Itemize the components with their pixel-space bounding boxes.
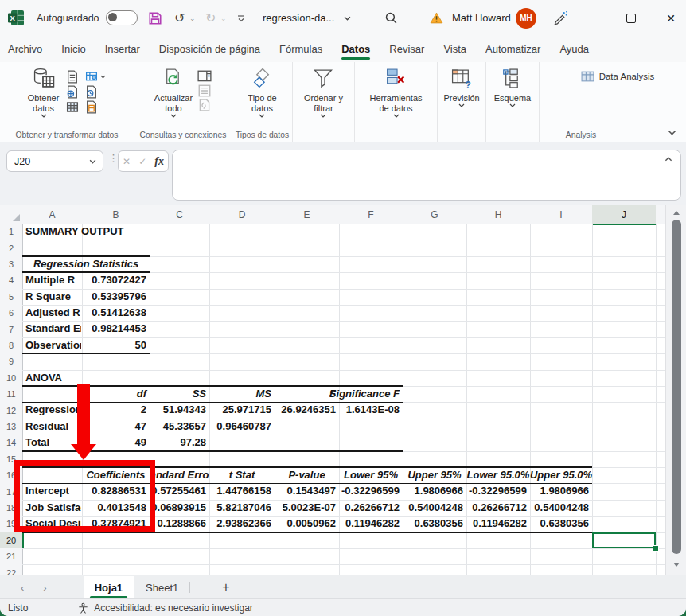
- data-analysis-button[interactable]: Data Analysis: [581, 70, 655, 83]
- cell-D13[interactable]: 0.96460787: [216, 419, 271, 435]
- cell-A12[interactable]: Regression: [25, 402, 81, 418]
- excel-logo-icon[interactable]: X: [8, 0, 25, 36]
- column-header-C[interactable]: C: [150, 205, 210, 224]
- cell-H16[interactable]: Lower 95.0%: [467, 467, 530, 483]
- cell-A1[interactable]: SUMMARY OUTPUT: [25, 224, 124, 240]
- from-web-icon[interactable]: [65, 85, 80, 99]
- user-name[interactable]: Matt Howard: [452, 0, 511, 36]
- from-picture-icon[interactable]: [84, 70, 106, 84]
- data-tools-button[interactable]: Herramientas de datos: [369, 68, 422, 118]
- sort-filter-button[interactable]: Ordenar y filtrar: [304, 68, 343, 118]
- cell-A8[interactable]: Observation: [25, 337, 81, 353]
- cell-A10[interactable]: ANOVA: [25, 370, 62, 386]
- recent-sources-icon[interactable]: [84, 85, 106, 99]
- title-chevron-down-icon[interactable]: [344, 0, 351, 36]
- tab-ayuda[interactable]: Ayuda: [550, 36, 598, 62]
- cell-I16[interactable]: Upper 95.0%: [530, 467, 592, 483]
- maximize-button[interactable]: [618, 0, 645, 36]
- from-table-range-icon[interactable]: [65, 100, 80, 114]
- cell-H17[interactable]: -0.32296599: [469, 483, 527, 499]
- row-header-14[interactable]: 14: [0, 435, 23, 451]
- from-text-file-icon[interactable]: [65, 70, 80, 84]
- tab-vista[interactable]: Vista: [434, 36, 476, 62]
- tab-archivo[interactable]: Archivo: [0, 36, 52, 62]
- formula-bar-collapse-icon[interactable]: [665, 157, 672, 162]
- undo-chevron-icon[interactable]: ⌄: [189, 0, 196, 36]
- quick-access-customize-icon[interactable]: [236, 0, 246, 36]
- row-header-11[interactable]: 11: [0, 386, 23, 403]
- existing-connections-icon[interactable]: [84, 100, 106, 114]
- cell-B7[interactable]: 0.98214453: [92, 321, 146, 337]
- cell-C17[interactable]: 0.57255461: [151, 483, 206, 499]
- prev-sheet-arrow-icon[interactable]: ‹: [21, 582, 24, 594]
- row-header-9[interactable]: 9: [0, 353, 23, 370]
- cell-F16[interactable]: Lower 95%: [344, 467, 398, 483]
- search-icon[interactable]: [384, 0, 398, 36]
- scroll-down-arrow-icon[interactable]: [672, 562, 680, 567]
- sheet-tab-hoja1[interactable]: Hoja1: [84, 576, 134, 599]
- row-header-6[interactable]: 6: [0, 305, 23, 322]
- column-header-I[interactable]: I: [530, 205, 593, 224]
- cell-F17[interactable]: -0.32296599: [341, 483, 400, 499]
- undo-button[interactable]: ↺: [174, 0, 185, 36]
- close-button[interactable]: ✕: [657, 0, 684, 36]
- cell-E17[interactable]: 0.1543497: [287, 483, 336, 499]
- data-type-button[interactable]: Tipo de datos: [248, 68, 276, 118]
- column-header-J[interactable]: J: [592, 205, 657, 225]
- row-header-2[interactable]: 2: [0, 240, 23, 256]
- row-header-20[interactable]: 20: [0, 532, 24, 549]
- cell-B5[interactable]: 0.53395796: [92, 289, 146, 305]
- minimize-button[interactable]: [576, 0, 603, 36]
- cell-C19[interactable]: 0.1288866: [158, 516, 206, 532]
- accessibility-status[interactable]: Accesibilidad: es necesario investigar: [94, 602, 252, 614]
- tab-automatizar[interactable]: Automatizar: [476, 36, 550, 62]
- column-header-E[interactable]: E: [275, 205, 340, 224]
- row-header-13[interactable]: 13: [0, 419, 23, 435]
- cell-E19[interactable]: 0.0050962: [287, 516, 336, 532]
- name-box-chevron-icon[interactable]: [89, 159, 96, 164]
- cell-C18[interactable]: 0.06893915: [151, 500, 206, 516]
- cell-F11[interactable]: Significance F: [329, 386, 400, 402]
- query-properties-icon[interactable]: [197, 70, 212, 83]
- cell-A3[interactable]: Regression Statistics: [33, 256, 138, 272]
- column-header-A[interactable]: A: [22, 205, 83, 224]
- cell-D11[interactable]: MS: [256, 386, 272, 402]
- column-header-D[interactable]: D: [209, 205, 275, 224]
- cell-D12[interactable]: 25.971715: [223, 402, 271, 418]
- cell-G17[interactable]: 1.9806966: [415, 483, 463, 499]
- add-sheet-button[interactable]: +: [222, 580, 229, 595]
- row-header-4[interactable]: 4: [0, 272, 23, 289]
- row-header-1[interactable]: 1: [0, 224, 23, 240]
- next-sheet-arrow-icon[interactable]: ›: [43, 582, 46, 594]
- cell-H18[interactable]: 0.26266712: [472, 500, 527, 516]
- cell-C16[interactable]: andard Erro: [150, 467, 209, 483]
- tab-disposicion[interactable]: Disposición de página: [150, 36, 270, 62]
- cell-E18[interactable]: 5.0023E-07: [283, 500, 336, 516]
- refresh-all-button[interactable]: Actualizar todo: [154, 68, 193, 118]
- row-header-5[interactable]: 5: [0, 289, 23, 306]
- fill-handle[interactable]: [653, 545, 659, 552]
- cell-F12[interactable]: 1.6143E-08: [346, 402, 400, 418]
- vertical-scrollbar[interactable]: [665, 205, 686, 575]
- sheet-tab-sheet1[interactable]: Sheet1: [134, 576, 189, 599]
- cell-C11[interactable]: SS: [193, 386, 206, 402]
- cell-B11[interactable]: df: [137, 386, 146, 402]
- name-box[interactable]: J20: [6, 150, 103, 172]
- cell-E16[interactable]: P-value: [288, 467, 325, 483]
- row-header-21[interactable]: 21: [0, 548, 23, 565]
- cell-D17[interactable]: 1.44766158: [216, 483, 271, 499]
- get-data-button[interactable]: Obtener datos: [28, 68, 60, 118]
- cell-B8[interactable]: 50: [135, 337, 146, 353]
- cell-A7[interactable]: Standard Err: [25, 321, 81, 337]
- cell-A5[interactable]: R Square: [25, 289, 81, 305]
- editing-pencil-icon[interactable]: [552, 0, 567, 36]
- tab-datos[interactable]: Datos: [332, 36, 380, 62]
- cell-D16[interactable]: t Stat: [229, 467, 255, 483]
- cell-B14[interactable]: 49: [135, 435, 146, 450]
- cell-H19[interactable]: 0.11946282: [473, 516, 527, 532]
- cell-A13[interactable]: Residual: [25, 419, 81, 435]
- tab-insertar[interactable]: Insertar: [95, 36, 150, 62]
- row-header-3[interactable]: 3: [0, 256, 23, 273]
- scroll-up-arrow-icon[interactable]: [672, 210, 680, 216]
- cell-G19[interactable]: 0.6380356: [415, 516, 463, 532]
